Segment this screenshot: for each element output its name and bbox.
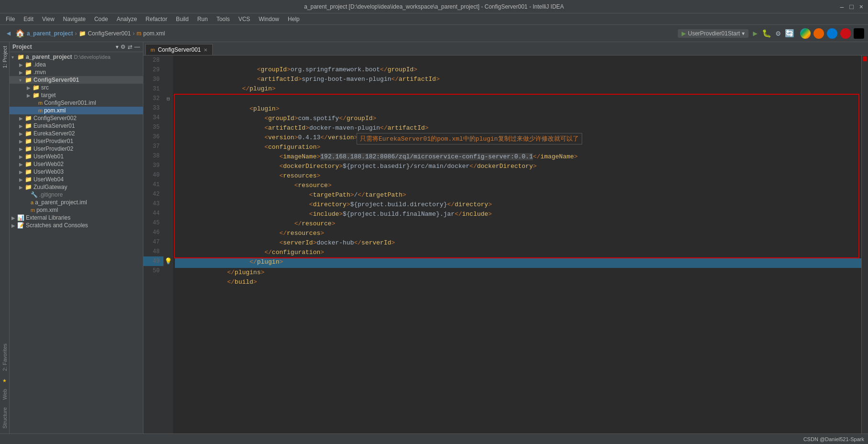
toolbar: ◀ 🏠 a_parent_project › 📁 ConfigServer001… <box>0 25 868 42</box>
tree-item-zuul[interactable]: ▶ 📁 ZuulGateway <box>10 183 143 191</box>
browser-opera-icon[interactable] <box>840 28 851 39</box>
panel-sync-icon[interactable]: ⇄ <box>128 44 132 50</box>
tab-web[interactable]: Web <box>1 386 9 402</box>
tree-item-user01[interactable]: ▶ 📁 UserProvdier01 <box>10 137 143 145</box>
star-icon: ★ <box>1 376 9 384</box>
menu-file[interactable]: File <box>2 15 19 23</box>
menu-tools[interactable]: Tools <box>213 15 234 23</box>
scratches-label: Scratches and Consoles <box>26 222 88 229</box>
breadcrumb: 🏠 a_parent_project › 📁 ConfigServer001 ›… <box>15 29 676 38</box>
panel-dropdown-icon[interactable]: ▾ <box>116 44 119 50</box>
tree-item-pomxml-selected[interactable]: m pom.xml <box>10 107 143 114</box>
menu-analyze[interactable]: Analyze <box>113 15 141 23</box>
panel-row: 1: Project 2: Favorites ★ Web Structure … <box>0 42 868 433</box>
menu-refactor[interactable]: Refactor <box>142 15 171 23</box>
close-icon[interactable]: × <box>859 3 863 11</box>
breadcrumb-project-icon: 🏠 <box>15 29 25 38</box>
menu-build[interactable]: Build <box>172 15 193 23</box>
tree-item-parent-iml[interactable]: a a_parent_project.iml <box>10 199 143 206</box>
breadcrumb-file-icon: m <box>137 30 141 37</box>
status-bar: CSDN @Daniel521-Spark <box>0 433 868 444</box>
code-line-50: </build> <box>175 268 861 278</box>
editor-tabs: m ConfigServer001 ✕ <box>143 42 868 56</box>
tab-2-favorites[interactable]: 2: Favorites <box>1 341 9 374</box>
tab-xml-icon: m <box>151 47 155 53</box>
idea-folder-icon: 📁 <box>25 61 32 68</box>
browser-edge-icon[interactable] <box>827 28 837 39</box>
tree-item-idea[interactable]: ▶ 📁 .idea <box>10 61 143 68</box>
menu-edit[interactable]: Edit <box>20 15 37 23</box>
breadcrumb-file[interactable]: pom.xml <box>143 30 165 37</box>
tab-1-project-label[interactable]: 1: Project <box>1 43 9 71</box>
tree-item-ext-libs[interactable]: ▶ 📊 External Libraries <box>10 214 143 222</box>
root-folder-icon: 📁 <box>17 54 24 60</box>
tree-item-gitignore[interactable]: 🔧 .gitignore <box>10 191 143 199</box>
target-folder-icon: 📁 <box>33 92 40 99</box>
tree-item-userweb03[interactable]: ▶ 📁 UserWeb03 <box>10 168 143 176</box>
menu-navigate[interactable]: Navigate <box>59 15 89 23</box>
lightbulb-icon[interactable]: 💡 <box>163 256 173 266</box>
panel-settings-icon[interactable]: ⚙ <box>120 44 126 50</box>
tree-item-userweb01[interactable]: ▶ 📁 UserWeb01 <box>10 153 143 160</box>
run-config-dropdown-icon[interactable]: ▾ <box>742 30 745 37</box>
tree-item-userweb02[interactable]: ▶ 📁 UserWeb02 <box>10 160 143 168</box>
tree-item-root-pom[interactable]: m pom.xml <box>10 206 143 214</box>
cs002-folder-icon: 📁 <box>25 115 32 122</box>
git-file-icon: 🔧 <box>31 191 38 198</box>
run-icon[interactable]: ▶ <box>750 29 760 38</box>
tree-item-scratches[interactable]: ▶ 📝 Scratches and Consoles <box>10 222 143 229</box>
tab-structure[interactable]: Structure <box>1 404 9 432</box>
project-panel: Project ▾ ⚙ ⇄ — ▾ 📁 a_parent_project D:\… <box>10 42 143 433</box>
nav-back-icon[interactable]: ◀ <box>4 29 13 38</box>
tree-item-target[interactable]: ▶ 📁 target <box>10 91 143 99</box>
breadcrumb-project[interactable]: a_parent_project <box>27 30 73 37</box>
title-text: a_parent_project [D:\develop\idea\idea_w… <box>5 3 863 10</box>
breadcrumb-module[interactable]: ConfigServer001 <box>88 30 131 37</box>
mvn-folder-icon: 📁 <box>25 69 32 76</box>
menu-code[interactable]: Code <box>90 15 112 23</box>
run-config-selector[interactable]: ▶ UserProvdier01Start ▾ <box>678 29 749 38</box>
menu-vcs[interactable]: VCS <box>235 15 254 23</box>
breadcrumb-module-icon: 📁 <box>79 30 86 37</box>
red-border-block: 只需将EurekaServer01的pom.xml中的plugin复制过来做少许… <box>174 94 859 258</box>
code-content[interactable]: <groupId>org.springframework.boot</group… <box>173 56 861 433</box>
menu-run[interactable]: Run <box>194 15 212 23</box>
cs001-folder-icon: 📁 <box>25 77 32 83</box>
tree-item-cs002[interactable]: ▶ 📁 ConfigServer002 <box>10 114 143 122</box>
tree-item-userweb04[interactable]: ▶ 📁 UserWeb04 <box>10 176 143 183</box>
tab-configserver001[interactable]: m ConfigServer001 ✕ <box>145 44 213 55</box>
menu-bar: File Edit View Navigate Code Analyze Ref… <box>0 13 868 25</box>
tree-item-cs001iml[interactable]: m ConfigServer001.iml <box>10 99 143 107</box>
code-gutter: ⊟ 💡 <box>163 56 173 433</box>
tree-item-mvn[interactable]: ▶ 📁 .mvn <box>10 68 143 76</box>
debug-icon[interactable]: 🐛 <box>762 29 771 38</box>
minimize-icon[interactable]: – <box>840 3 844 11</box>
run-config-icon: ▶ <box>682 30 686 37</box>
left-side-tabs: 1: Project 2: Favorites ★ Web Structure <box>0 42 10 433</box>
title-bar: a_parent_project [D:\develop\idea\idea_w… <box>0 0 868 13</box>
menu-view[interactable]: View <box>38 15 58 23</box>
tab-close-icon[interactable]: ✕ <box>204 47 207 53</box>
browser-idea-icon[interactable] <box>854 28 864 39</box>
iml-icon: m <box>38 100 43 106</box>
browser-firefox-icon[interactable] <box>814 28 824 39</box>
tree-item-configserver001[interactable]: ▾ 📁 ConfigServer001 <box>10 76 143 84</box>
menu-help[interactable]: Help <box>284 15 304 23</box>
tree-item-root[interactable]: ▾ 📁 a_parent_project D:\develop\idea <box>10 53 143 61</box>
tree-item-eureka01[interactable]: ▶ 📁 EurekaServer01 <box>10 122 143 130</box>
tab-label: ConfigServer001 <box>158 46 201 53</box>
tree-item-user02[interactable]: ▶ 📁 UserProvdier02 <box>10 145 143 153</box>
tree-item-src[interactable]: ▶ 📁 src <box>10 84 143 91</box>
breadcrumb-sep2: › <box>133 30 135 37</box>
settings-icon[interactable]: ⚙ <box>773 29 783 38</box>
maximize-icon[interactable]: □ <box>849 3 853 11</box>
code-editor: 28 29 30 31 32 33 34 35 36 37 38 39 40 4… <box>143 56 868 433</box>
annotation-tooltip: 只需将EurekaServer01的pom.xml中的plugin复制过来做少许… <box>357 133 582 144</box>
panel-collapse-icon[interactable]: — <box>134 44 140 50</box>
xml-icon: m <box>38 108 43 113</box>
update-icon[interactable]: 🔄 <box>785 29 794 38</box>
tree-item-eureka02[interactable]: ▶ 📁 EurekaServer02 <box>10 130 143 137</box>
run-config-label: UserProvdier01Start <box>688 30 740 37</box>
browser-chrome-icon[interactable] <box>800 28 811 39</box>
menu-window[interactable]: Window <box>255 15 283 23</box>
